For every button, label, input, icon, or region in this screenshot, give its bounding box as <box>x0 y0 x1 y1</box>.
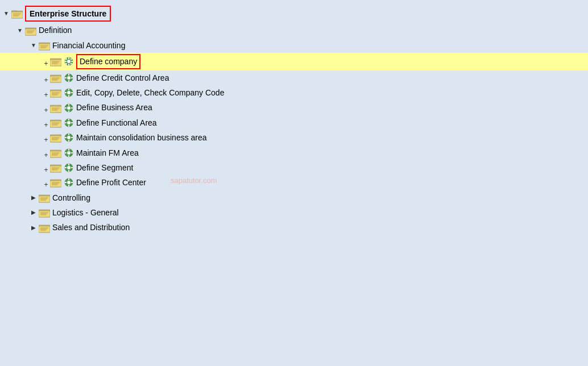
toggle-collapsed-icon[interactable]: ▶ <box>30 194 38 202</box>
bullet-icon: + <box>43 180 49 185</box>
svg-rect-104 <box>68 164 69 165</box>
svg-rect-61 <box>68 110 69 112</box>
svg-rect-83 <box>68 140 69 142</box>
svg-rect-12 <box>39 44 50 50</box>
tree-item[interactable]: + Maintain FM Area <box>0 145 588 160</box>
tree-item[interactable]: ▼ Financial Accounting <box>0 38 588 53</box>
tree-item[interactable]: ▼ Enterprise Structure <box>0 5 588 23</box>
svg-rect-51 <box>65 92 67 93</box>
folder-icon <box>50 177 61 188</box>
bullet-icon: + <box>43 150 49 156</box>
gear-icon <box>64 56 74 66</box>
folder-icon <box>50 163 61 173</box>
toggle-expand-icon[interactable]: ▼ <box>2 10 10 18</box>
svg-rect-38 <box>68 74 69 76</box>
gear-icon <box>64 103 74 113</box>
svg-rect-72 <box>68 125 69 127</box>
toggle-expand-icon[interactable]: ▼ <box>16 27 24 35</box>
logistics-general-label: Logistics - General <box>52 206 119 219</box>
svg-rect-87 <box>50 151 61 157</box>
svg-rect-60 <box>68 104 69 106</box>
folder-icon <box>50 132 61 143</box>
svg-rect-49 <box>68 89 69 90</box>
svg-rect-73 <box>65 122 67 123</box>
toggle-collapsed-icon[interactable]: ▶ <box>30 224 38 232</box>
define-company-row[interactable]: + Defi <box>0 53 588 70</box>
svg-rect-7 <box>25 29 36 35</box>
svg-rect-54 <box>50 106 61 113</box>
gear-icon <box>64 163 74 173</box>
bullet-icon: + <box>43 135 49 140</box>
tree-item[interactable]: + Define Business Area <box>0 100 588 115</box>
svg-rect-120 <box>39 196 50 202</box>
svg-rect-43 <box>50 91 61 97</box>
svg-rect-116 <box>68 185 69 186</box>
svg-rect-96 <box>71 152 73 153</box>
define-company-label: Define company <box>76 54 140 69</box>
maintain-consolidation-label: Maintain consolidation business area <box>76 131 207 144</box>
controlling-row[interactable]: ▶ Controlling <box>0 190 588 205</box>
define-profit-center-label: Define Profit Center <box>76 176 146 189</box>
svg-rect-40 <box>65 77 67 78</box>
tree-item[interactable]: + Define Profit Center <box>0 175 588 190</box>
gear-icon <box>64 73 74 83</box>
folder-icon <box>39 193 50 203</box>
tree-item[interactable]: ▼ Definition <box>0 23 588 38</box>
sales-distribution-row[interactable]: ▶ Sales and Distribution <box>0 220 588 235</box>
svg-rect-50 <box>68 95 69 97</box>
definition-label: Definition <box>39 24 72 36</box>
bullet-icon: + <box>43 75 49 81</box>
svg-point-59 <box>67 106 71 110</box>
svg-rect-98 <box>50 166 61 172</box>
tree-item[interactable]: + Define Functional Area <box>0 115 588 130</box>
svg-rect-23 <box>68 57 69 59</box>
folder-icon <box>25 26 36 36</box>
svg-point-103 <box>67 166 71 169</box>
bullet-icon: + <box>43 165 49 170</box>
folder-icon <box>50 88 61 98</box>
bullet-icon: + <box>43 90 49 95</box>
bullet-icon: + <box>43 120 49 126</box>
svg-rect-84 <box>65 137 67 138</box>
svg-rect-93 <box>68 149 69 151</box>
svg-rect-52 <box>71 92 73 93</box>
define-credit-control-area-label: Define Credit Control Area <box>76 72 169 84</box>
svg-rect-74 <box>71 122 73 123</box>
svg-rect-95 <box>65 152 67 153</box>
svg-point-114 <box>67 181 71 184</box>
toggle-expand-icon[interactable]: ▼ <box>30 41 38 49</box>
define-segment-label: Define Segment <box>76 161 133 174</box>
maintain-fm-area-label: Maintain FM Area <box>76 147 139 159</box>
gear-icon <box>64 148 74 158</box>
folder-icon <box>50 118 61 128</box>
folder-icon <box>11 9 23 19</box>
sales-distribution-label: Sales and Distribution <box>52 221 130 234</box>
tree-item[interactable]: + Define Credit Control Area <box>0 70 588 85</box>
define-functional-area-label: Define Functional Area <box>76 117 157 129</box>
svg-rect-26 <box>71 61 73 62</box>
svg-rect-85 <box>71 137 73 138</box>
svg-rect-94 <box>68 155 69 157</box>
folder-icon <box>39 207 50 218</box>
enterprise-structure-label: Enterprise Structure <box>25 6 111 22</box>
svg-rect-39 <box>68 80 69 82</box>
logistics-general-row[interactable]: ▶ Logistics - General <box>0 205 588 220</box>
svg-rect-63 <box>71 107 73 109</box>
folder-icon <box>39 223 50 233</box>
svg-rect-107 <box>71 167 73 168</box>
folder-icon <box>50 148 61 158</box>
svg-rect-62 <box>65 107 67 109</box>
tree-item[interactable]: + Define Segment <box>0 160 588 175</box>
gear-icon <box>64 177 74 188</box>
svg-point-48 <box>67 91 71 94</box>
tree-item[interactable]: + Edit, Copy, Delete, Check Company Code <box>0 85 588 100</box>
svg-point-81 <box>67 136 71 139</box>
svg-rect-115 <box>68 178 69 180</box>
folder-icon <box>50 103 61 113</box>
svg-rect-118 <box>71 182 73 183</box>
toggle-collapsed-icon[interactable]: ▶ <box>30 209 38 217</box>
tree-item[interactable]: + Maintain consolidation business area <box>0 130 588 145</box>
svg-rect-24 <box>68 64 69 65</box>
svg-rect-71 <box>68 119 69 120</box>
gear-icon <box>64 88 74 98</box>
